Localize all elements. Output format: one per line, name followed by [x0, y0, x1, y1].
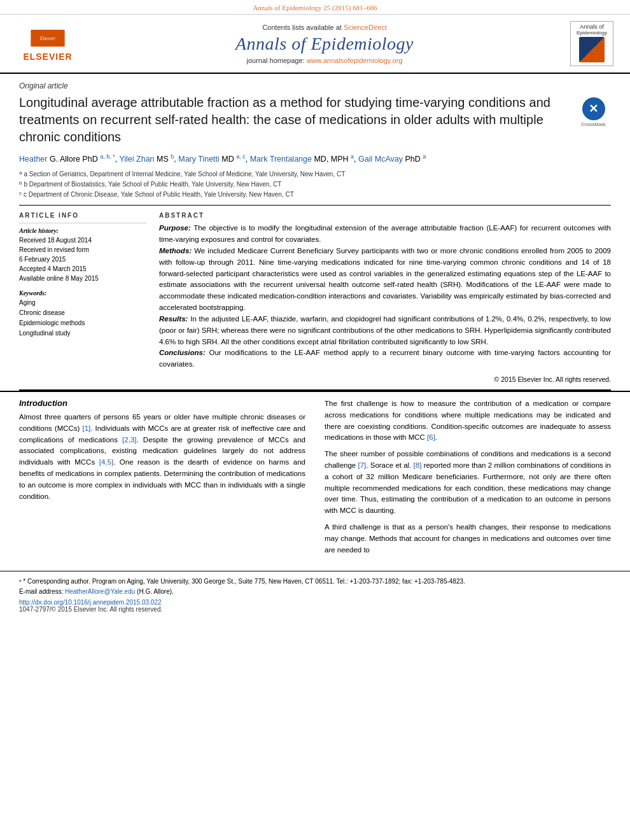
corresponding-note: * * Corresponding author. Program on Agi…	[19, 577, 611, 587]
article-area: Original article Longitudinal average at…	[0, 74, 630, 383]
methods-text: We included Medicare Current Beneficiary…	[159, 247, 611, 311]
intro-para1: Almost three quarters of persons 65 year…	[19, 412, 305, 503]
intro-para4: A third challenge is that as a person's …	[325, 522, 611, 556]
article-history-box: Article history: Received 18 August 2014…	[19, 223, 146, 283]
revised-label: Received in revised form	[19, 245, 146, 255]
info-abstract-section: ARTICLE INFO Article history: Received 1…	[19, 212, 611, 383]
crossmark-badge[interactable]: ✕ CrossMark	[576, 97, 611, 127]
divider	[19, 205, 611, 206]
email-note: E-mail address: HeatherAllore@Yale.edu (…	[19, 587, 611, 597]
methods-label: Methods:	[159, 247, 192, 255]
results-text: In the adjusted LE-AAF, thiazide, warfar…	[159, 315, 611, 346]
journal-logo-box: Annals of Epidemiology	[570, 21, 613, 66]
page: Annals of Epidemiology 25 (2015) 681–686…	[0, 0, 630, 840]
intro-para2: The first challenge is how to measure th…	[325, 398, 611, 444]
body-left-column: Introduction Almost three quarters of pe…	[19, 398, 305, 561]
body-right-column: The first challenge is how to measure th…	[325, 398, 611, 561]
keyword-1: Aging	[19, 298, 146, 308]
author-gail: Gail McAvay	[358, 155, 403, 164]
crossmark-icon: ✕	[582, 97, 605, 120]
elsevier-tree-icon: Elsevier	[29, 26, 67, 50]
body-area: Introduction Almost three quarters of pe…	[0, 391, 630, 568]
cite-8: [8]	[414, 461, 422, 469]
article-type-label: Original article	[19, 81, 611, 90]
right-logo-title: Annals of	[573, 24, 611, 30]
contents-available-line: Contents lists available at ScienceDirec…	[83, 24, 566, 31]
body-two-columns: Introduction Almost three quarters of pe…	[19, 398, 611, 561]
accepted-date: Accepted 4 March 2015	[19, 264, 146, 274]
affil-c: c c Department of Chronic Disease, Yale …	[19, 190, 611, 200]
email-label: E-mail address:	[19, 588, 63, 595]
article-title: Longitudinal average attributable fracti…	[19, 94, 570, 146]
email-link[interactable]: HeatherAllore@Yale.edu	[65, 588, 135, 595]
cite-6: [6]	[427, 433, 435, 441]
history-label: Article history:	[19, 227, 146, 234]
email-person: (H.G. Allore).	[137, 588, 174, 595]
doi-link[interactable]: http://dx.doi.org/10.1016/j.annepidem.20…	[19, 599, 611, 606]
cite-1: [1]	[82, 424, 90, 432]
article-info-column: ARTICLE INFO Article history: Received 1…	[19, 212, 146, 383]
crossmark-label: CrossMark	[581, 122, 606, 127]
journal-homepage: journal homepage: www.annalsofepidemiolo…	[83, 57, 566, 64]
intro-heading: Introduction	[19, 398, 305, 408]
cite-45: [4,5]	[99, 458, 113, 466]
svg-text:Elsevier: Elsevier	[39, 36, 55, 41]
authors-line: Heather G. Allore PhD a, b, *, Yilei Zha…	[19, 152, 611, 166]
journal-title: Annals of Epidemiology	[83, 34, 566, 54]
author-heather: Heather	[19, 155, 47, 164]
conclusions-text: Our modifications to the LE-AAF method a…	[159, 349, 611, 368]
corresponding-text: * Corresponding author. Program on Aging…	[23, 578, 465, 585]
right-logo-subtitle: Epidemiology	[573, 30, 611, 36]
cite-23: [2,3]	[122, 436, 136, 444]
purpose-text: The objective is to modify the longitudi…	[159, 224, 611, 243]
keyword-4: Longitudinal study	[19, 328, 146, 339]
journal-logo-icon	[579, 37, 605, 62]
affiliations: a a Section of Geriatrics, Department of…	[19, 169, 611, 200]
keywords-section: Keywords: Aging Chronic disease Epidemio…	[19, 290, 146, 339]
author-yilei: Yilei Zhan	[119, 155, 154, 164]
journal-reference: Annals of Epidemiology 25 (2015) 681–686	[0, 0, 630, 15]
results-label: Results:	[159, 315, 188, 323]
affil-a: a a Section of Geriatrics, Department of…	[19, 169, 611, 179]
elsevier-logo: Elsevier ELSEVIER	[13, 26, 83, 62]
available-date: Available online 8 May 2015	[19, 274, 146, 283]
article-title-row: Longitudinal average attributable fracti…	[19, 94, 611, 152]
journal-header: Elsevier ELSEVIER Contents lists availab…	[0, 15, 630, 74]
article-info-heading: ARTICLE INFO	[19, 212, 146, 219]
journal-url[interactable]: www.annalsofepidemiology.org	[307, 57, 403, 64]
revised-date: 6 February 2015	[19, 255, 146, 264]
cite-7: [7]	[358, 461, 366, 469]
intro-para3: The sheer number of possible combination…	[325, 449, 611, 517]
purpose-label: Purpose:	[159, 224, 191, 232]
author-mary: Mary Tinetti	[178, 155, 220, 164]
affil-b: b b Department of Biostatistics, Yale Sc…	[19, 179, 611, 190]
journal-right-logo: Annals of Epidemiology	[566, 21, 617, 66]
journal-ref-text: Annals of Epidemiology 25 (2015) 681–686	[253, 4, 377, 11]
abstract-heading: ABSTRACT	[159, 212, 611, 219]
keywords-label: Keywords:	[19, 290, 146, 297]
journal-center: Contents lists available at ScienceDirec…	[83, 24, 566, 64]
keyword-2: Chronic disease	[19, 308, 146, 318]
copyright-line: © 2015 Elsevier Inc. All rights reserved…	[159, 375, 611, 383]
issn-line: 1047-2797/© 2015 Elsevier Inc. All right…	[19, 606, 611, 613]
elsevier-label: ELSEVIER	[23, 52, 72, 62]
conclusions-label: Conclusions:	[159, 349, 206, 356]
abstract-column: ABSTRACT Purpose: The objective is to mo…	[159, 212, 611, 383]
sciencedirect-link[interactable]: ScienceDirect	[344, 24, 387, 31]
keyword-3: Epidemiologic methods	[19, 318, 146, 328]
footnotes-area: * * Corresponding author. Program on Agi…	[0, 571, 630, 617]
abstract-text: Purpose: The objective is to modify the …	[159, 223, 611, 370]
received-date: Received 18 August 2014	[19, 235, 146, 245]
author-mark: Mark Trentalange	[250, 155, 312, 164]
